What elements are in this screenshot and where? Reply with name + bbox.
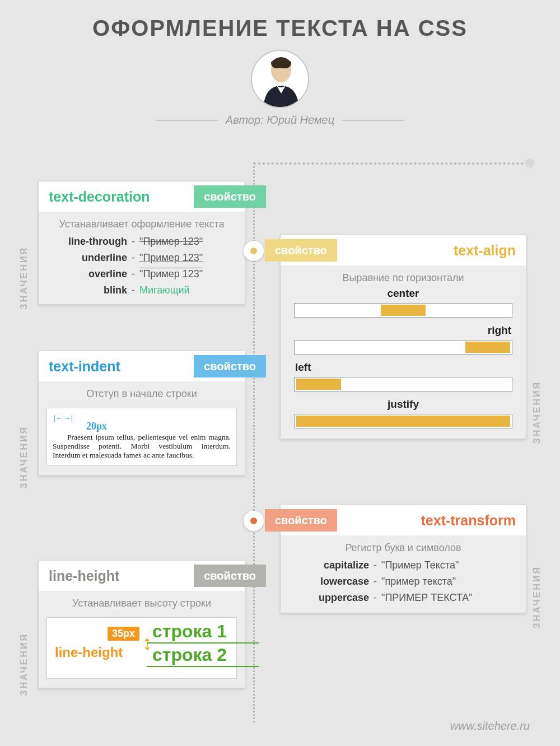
- value-example: "пример текста": [381, 576, 456, 588]
- author-name: Автор: Юрий Немец: [226, 114, 334, 127]
- card-subtitle: Регистр букв и символов: [281, 535, 526, 557]
- card-subtitle: Устанавливает оформление текста: [39, 212, 245, 234]
- value-example: "Пример Текста": [381, 560, 459, 571]
- card-subtitle: Устанавливает высоту строки: [39, 591, 245, 613]
- prop-name: text-decoration: [39, 189, 160, 205]
- value-key: underline: [49, 252, 127, 264]
- align-value: center: [281, 287, 526, 301]
- value-key: overline: [49, 268, 127, 280]
- node-align: [244, 241, 264, 261]
- indent-illustration: |←→| 20px Praesent ipsum tellus, pellent…: [46, 408, 237, 466]
- page-title: ОФОРМЛЕНИЕ ТЕКСТА НА CSS: [0, 0, 560, 41]
- footer-url: www.sitehere.ru: [450, 720, 530, 733]
- node-transform: [244, 511, 264, 531]
- align-value: left: [281, 361, 526, 375]
- author-avatar: [251, 50, 309, 108]
- indent-px: 20px: [86, 421, 107, 432]
- timeline-knob: [525, 158, 534, 167]
- prop-name: text-indent: [39, 358, 130, 375]
- values-label: ЗНАЧЕНИЯ: [19, 426, 29, 488]
- prop-name: text-transform: [411, 512, 526, 529]
- value-example: "Пример 123": [139, 268, 203, 280]
- card-line-height: line-height свойство Устанавливает высот…: [38, 560, 245, 688]
- values-label: ЗНАЧЕНИЯ: [532, 381, 542, 444]
- lineheight-line1: строка 1: [152, 621, 227, 642]
- lineheight-line2: строка 2: [152, 645, 227, 665]
- value-example: "Пример 123": [139, 252, 203, 264]
- value-key: lowercase: [291, 576, 369, 588]
- prop-name: line-height: [39, 568, 129, 584]
- property-badge: свойство: [194, 355, 266, 377]
- card-text-decoration: text-decoration свойство Устанавливает о…: [38, 181, 245, 305]
- value-key: line-through: [49, 236, 127, 248]
- indent-sample-text: Praesent ipsum tellus, pellentesque vel …: [53, 433, 231, 460]
- value-key: blink: [49, 285, 127, 296]
- card-subtitle: Выравние по горизонтали: [281, 265, 526, 287]
- author-row: Автор: Юрий Немец: [0, 114, 560, 127]
- card-text-align: свойство text-align Выравние по горизонт…: [280, 235, 526, 439]
- lineheight-px: 35px: [108, 627, 139, 641]
- value-example: "Пример 123": [139, 236, 203, 248]
- prop-name: text-align: [444, 243, 526, 259]
- values-label: ЗНАЧЕНИЯ: [19, 633, 29, 696]
- timeline-top: [254, 162, 528, 165]
- lineheight-label: line-height: [55, 645, 123, 660]
- align-value: justify: [281, 398, 526, 412]
- align-value: right: [281, 324, 526, 338]
- property-badge: свойство: [194, 565, 266, 587]
- property-badge: свойство: [194, 185, 266, 208]
- lineheight-illustration: 35px line-height ↕ строка 1 строка 2: [46, 617, 237, 679]
- property-badge: свойство: [265, 509, 337, 531]
- value-key: uppercase: [291, 592, 369, 604]
- property-badge: свойство: [265, 239, 337, 262]
- values-label: ЗНАЧЕНИЯ: [532, 566, 542, 628]
- value-key: capitalize: [291, 560, 369, 571]
- card-text-indent: text-indent свойство Отступ в начале стр…: [38, 351, 245, 475]
- card-subtitle: Отступ в начале строки: [39, 381, 245, 403]
- values-label: ЗНАЧЕНИЯ: [19, 246, 29, 309]
- card-text-transform: свойство text-transform Регистр букв и с…: [280, 505, 526, 613]
- value-example: "ПРИМЕР ТЕКСТА": [381, 592, 473, 604]
- value-example: Мигающий: [139, 285, 190, 296]
